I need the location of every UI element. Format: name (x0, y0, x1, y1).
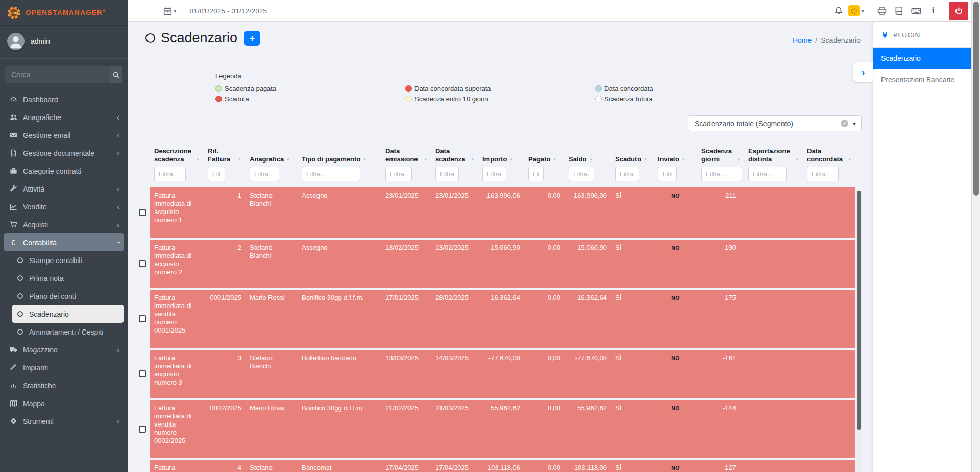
col-header-pagato[interactable]: Pagato▲▼ (524, 145, 565, 165)
sidebar-item-scadenzario[interactable]: Scadenzario (12, 305, 124, 323)
segment-select[interactable]: Scadenzario totale (Segmento) × ▾ (688, 115, 862, 131)
plugin-item-presentazioni-bancarie[interactable]: Presentazioni Bancarie (873, 69, 971, 90)
sidebar-item-ammortamenti-cespiti[interactable]: Ammortamenti / Cespiti (12, 323, 124, 341)
sidebar-item-statistiche[interactable]: Statistiche (4, 376, 124, 394)
filter-input-esportazione-distinta[interactable] (748, 167, 787, 181)
row-checkbox[interactable] (139, 426, 146, 433)
sidebar-item-contabilita[interactable]: € Contabilità ‹ (4, 233, 124, 251)
col-header-data-emissione[interactable]: Data emissione▲▼ (381, 145, 431, 165)
sidebar-item-prima-nota[interactable]: Prima nota (12, 269, 124, 287)
filter-input-saldo[interactable] (569, 167, 594, 181)
legend-item: Scaduta (215, 95, 405, 103)
shortcuts-button[interactable] (911, 6, 921, 16)
col-header-scadenza-giorni[interactable]: Scadenza giorni▲▼ (697, 145, 744, 165)
sidebar-item-mappa[interactable]: Mappa (4, 394, 124, 412)
filter-input-rif-fattura[interactable] (208, 167, 225, 181)
table-scrollbar[interactable] (856, 190, 862, 472)
col-header-tipo-pagamento[interactable]: Tipo di pagamento▲▼ (298, 145, 381, 165)
hamburger-icon[interactable] (140, 7, 149, 14)
filter-input-data-concordata[interactable] (807, 167, 839, 181)
circle-icon (17, 293, 23, 299)
top-navbar: ▾ 01/01/2025 - 31/12/2025 ▾ i (128, 0, 971, 22)
col-header-descrizione[interactable]: Descrizione scadenza▲▼ (150, 145, 204, 165)
filter-input-anagrafica[interactable] (250, 167, 279, 181)
breadcrumb-home-link[interactable]: Home (793, 36, 812, 44)
col-header-data-concordata[interactable]: Data concordata▲▼ (803, 145, 855, 165)
caret-down-icon[interactable]: ▾ (861, 8, 864, 14)
sidebar-item-impianti[interactable]: Impianti (4, 359, 124, 376)
window-scrollbar[interactable] (971, 0, 980, 472)
legend-dot-red (215, 96, 222, 102)
col-header-anagrafica[interactable]: Anagrafica▲▼ (246, 145, 298, 165)
clear-icon[interactable]: × (841, 120, 848, 127)
sort-icon: ▲▼ (424, 157, 427, 163)
col-header-esportazione-distinta[interactable]: Esportazione distinta▲▼ (744, 145, 803, 165)
sidebar-item-stampe-contabili[interactable]: Stampe contabili (12, 251, 124, 269)
filter-input-data-scadenza[interactable] (435, 167, 459, 181)
window-scrollbar-thumb[interactable] (973, 2, 979, 196)
plugin-panel-toggle-button[interactable]: › (853, 62, 873, 82)
filter-input-pagato[interactable] (528, 167, 544, 181)
table-row[interactable]: Fattura immediata di vendita numero 0002… (139, 399, 855, 459)
sidebar-item-vendite[interactable]: Vendite ‹ (4, 198, 124, 216)
brand-name: OpenSTAManager® (26, 9, 106, 16)
user-name[interactable]: admin (31, 37, 50, 45)
table-row[interactable]: Fattura immediata di acquisto numero 3 3… (139, 349, 855, 399)
filter-input-scaduto[interactable] (615, 167, 639, 181)
search-button[interactable] (110, 66, 122, 83)
sidebar-item-piano-dei-conti[interactable]: Piano dei conti (12, 287, 124, 305)
sidebar-item-dashboard[interactable]: Dashboard (4, 90, 124, 108)
sidebar-item-gestione-email[interactable]: Gestione email ‹ (4, 126, 124, 144)
filter-row (139, 165, 855, 187)
sidebar-item-acquisti[interactable]: Acquisti ‹ (4, 216, 124, 233)
filter-input-descrizione[interactable] (154, 167, 186, 181)
chevron-left-icon: ‹ (117, 221, 119, 228)
add-scadenza-button[interactable]: + (244, 31, 260, 46)
notifications-button[interactable] (834, 6, 843, 15)
table-row[interactable]: Fattura immediata di vendita numero 0001… (139, 289, 855, 349)
chevron-left-icon: ‹ (117, 131, 119, 139)
print-button[interactable] (877, 6, 887, 15)
filter-input-scadenza-giorni[interactable] (701, 167, 742, 181)
col-header-inviato[interactable]: Inviato▲▼ (654, 145, 697, 165)
sidebar-item-categorie-contratti[interactable]: Categorie contratti (4, 162, 124, 180)
row-checkbox[interactable] (139, 260, 146, 267)
date-range[interactable]: 01/01/2025 - 31/12/2025 (190, 7, 267, 15)
sidebar-item-label: Scadenzario (29, 310, 69, 318)
avatar[interactable] (7, 33, 24, 50)
brand[interactable]: OSM OpenSTAManager® (0, 0, 128, 26)
table-scrollbar-thumb[interactable] (857, 191, 861, 430)
filter-input-importo[interactable] (482, 167, 506, 181)
sidebar-item-gestione-documentale[interactable]: Gestione documentale ‹ (4, 144, 124, 162)
loading-spinner-badge[interactable] (848, 5, 860, 16)
col-header-rif-fattura[interactable]: Rif. Fattura▲▼ (204, 145, 246, 165)
plugin-item-scadenzario[interactable]: Scadenzario (873, 48, 971, 69)
search-input[interactable] (5, 66, 110, 83)
users-icon (8, 113, 18, 121)
sidebar-item-attivita[interactable]: Attività ‹ (4, 180, 124, 198)
table-row[interactable]: Fattura immediata di acquisto numero 4 4… (139, 459, 855, 472)
logout-button[interactable] (949, 2, 968, 20)
calendar-picker[interactable]: ▾ (163, 7, 177, 15)
sidebar-item-magazzino[interactable]: Magazzino ‹ (4, 341, 124, 359)
bell-icon (834, 6, 843, 15)
filter-input-inviato[interactable] (658, 167, 677, 181)
chevron-left-icon: ‹ (117, 185, 119, 193)
filter-input-data-emissione[interactable] (385, 167, 412, 181)
hammer-icon (8, 364, 18, 371)
row-checkbox[interactable] (139, 315, 146, 322)
info-button[interactable]: i (928, 6, 938, 16)
sidebar-item-strumenti[interactable]: Strumenti ‹ (4, 412, 124, 430)
col-header-importo[interactable]: Importo▲▼ (478, 145, 524, 165)
table-row[interactable]: Fattura immediata di acquisto numero 1 1… (139, 187, 855, 239)
table-row[interactable]: Fattura immediata di acquisto numero 2 2… (139, 239, 855, 289)
circle-icon (17, 257, 23, 263)
row-checkbox[interactable] (139, 209, 146, 216)
col-header-data-scadenza[interactable]: Data scadenza▲▼ (431, 145, 478, 165)
filter-input-tipo-pagamento[interactable] (302, 167, 360, 181)
sidebar-item-anagrafiche[interactable]: Anagrafiche ‹ (4, 108, 124, 126)
col-header-saldo[interactable]: Saldo▲▼ (565, 145, 611, 165)
row-checkbox[interactable] (139, 370, 146, 377)
manual-button[interactable] (894, 6, 903, 15)
col-header-scaduto[interactable]: Scaduto▲▼ (611, 145, 654, 165)
